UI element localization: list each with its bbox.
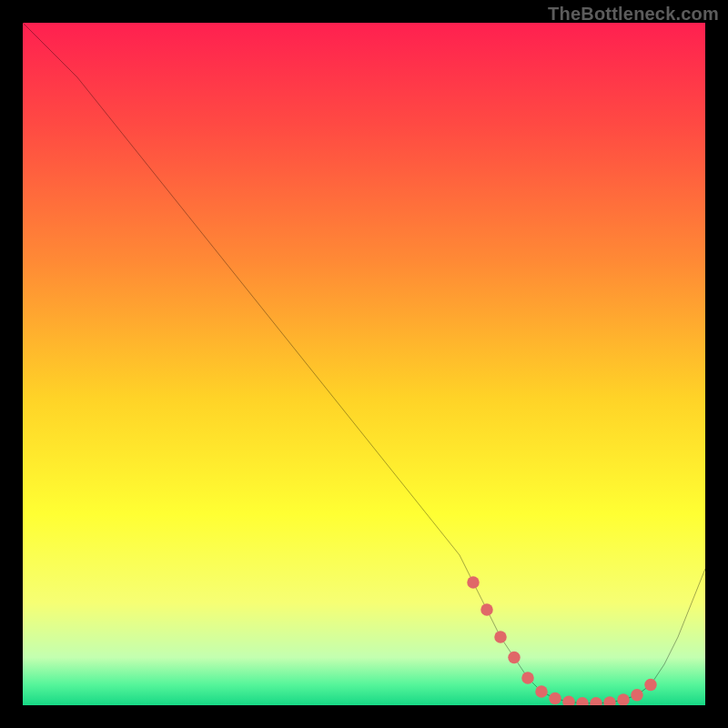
svg-rect-0 <box>23 23 705 705</box>
background-gradient <box>23 23 705 705</box>
plot-area <box>23 23 705 705</box>
chart-frame: TheBottleneck.com <box>0 0 728 728</box>
attribution-label: TheBottleneck.com <box>548 4 719 25</box>
